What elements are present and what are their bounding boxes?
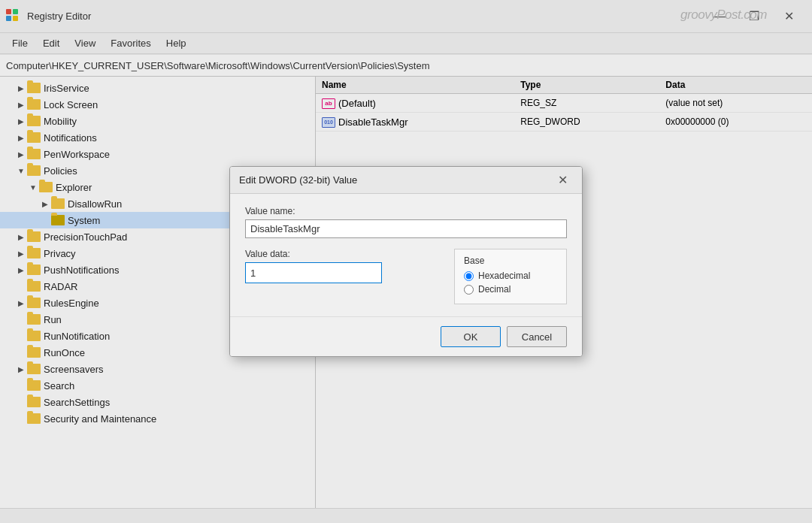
base-group: Base Hexadecimal Decimal [454,249,567,304]
ok-button[interactable]: OK [441,326,501,347]
value-data-input[interactable] [245,262,382,283]
decimal-radio[interactable] [464,285,474,295]
hexadecimal-radio-row: Hexadecimal [464,271,557,281]
dialog-title: Edit DWORD (32-bit) Value [239,174,357,186]
value-name-input[interactable] [245,219,567,238]
base-title: Base [464,255,557,266]
edit-dword-dialog: Edit DWORD (32-bit) Value ✕ Value name: … [229,166,583,357]
dialog-overlay: Edit DWORD (32-bit) Value ✕ Value name: … [0,0,812,523]
value-name-label: Value name: [245,206,567,216]
decimal-label[interactable]: Decimal [478,284,511,295]
dialog-close-button[interactable]: ✕ [552,170,573,191]
dialog-data-row: Value data: Base Hexadecimal Decimal [245,249,567,304]
hexadecimal-radio[interactable] [464,271,474,281]
decimal-radio-row: Decimal [464,284,557,295]
value-data-label: Value data: [245,249,442,259]
dialog-footer: OK Cancel [230,316,582,356]
dialog-body: Value name: Value data: Base Hexadecimal… [230,194,582,316]
cancel-button[interactable]: Cancel [507,326,567,347]
value-data-col: Value data: [245,249,442,304]
dialog-titlebar: Edit DWORD (32-bit) Value ✕ [230,167,582,194]
hexadecimal-label[interactable]: Hexadecimal [478,271,530,281]
